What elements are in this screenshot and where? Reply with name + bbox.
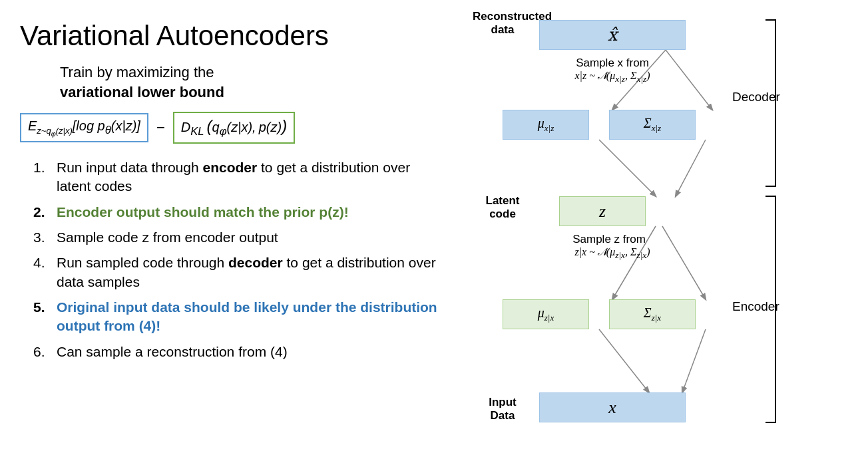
formula-minus: −	[154, 119, 168, 136]
formula-blue-box: Ez~qφ(z|x)[log pθ(x|z)]	[20, 113, 148, 143]
list-item-4: 4. Run sampled code through decoder to g…	[33, 253, 446, 291]
formula-row: Ez~qφ(z|x)[log pθ(x|z)] − DKL (qφ(z|x), …	[20, 112, 446, 144]
svg-line-3	[676, 140, 706, 196]
z-symbol: z	[599, 202, 606, 222]
latent-code-label: Latentcode	[473, 194, 533, 222]
list-num-1: 1.	[33, 158, 57, 196]
decoder-brace-label: Decoder	[732, 90, 780, 104]
sample-z-label: Sample z from	[533, 233, 686, 246]
x-symbol: x	[608, 398, 616, 418]
z-distribution-label: z|x ~ 𝒩(μz|x, Σz|x)	[519, 246, 706, 261]
list-text-4: Run sampled code through decoder to get …	[57, 253, 446, 291]
svg-line-6	[599, 329, 649, 392]
list-num-6: 6.	[33, 343, 57, 361]
list-text-2: Encoder output should match the prior p(…	[57, 203, 446, 222]
formula-green-box: DKL (qφ(z|x), p(z))	[173, 112, 295, 144]
sample-x-label: Sample x from	[533, 57, 692, 70]
box-x: x	[539, 392, 686, 422]
subtitle-line2: variational lower bound	[60, 84, 446, 101]
list-text-5: Original input data should be likely und…	[57, 298, 446, 336]
box-z: z	[559, 196, 646, 226]
svg-line-7	[682, 329, 706, 392]
xhat-symbol: x̂	[608, 25, 618, 45]
svg-line-2	[599, 140, 656, 196]
list-text-1: Run input data through encoder to get a …	[57, 158, 446, 196]
list-num-3: 3.	[33, 228, 57, 247]
subtitle-line1: Train by maximizing the	[60, 64, 446, 81]
sigzx-symbol: Σz|x	[644, 305, 661, 323]
formula-blue-text: Ez~qφ(z|x)[log pθ(x|z)]	[28, 118, 140, 133]
muzx-symbol: μz|x	[538, 305, 554, 323]
page-title: Variational Autoencoders	[20, 20, 446, 52]
list-num-4: 4.	[33, 253, 57, 291]
list-text-6: Can sample a reconstruction from (4)	[57, 343, 446, 361]
encoder-brace-label: Encoder	[732, 299, 779, 314]
list-container: 1. Run input data through encoder to get…	[33, 158, 446, 361]
formula-green-text: DKL (qφ(z|x), p(z))	[181, 120, 287, 134]
box-muzx: μz|x	[503, 299, 589, 329]
box-muxz: μx|z	[503, 110, 589, 140]
main-container: Variational Autoencoders Train by maximi…	[0, 0, 868, 459]
reconstructed-data-label: Reconstructeddata	[473, 10, 533, 37]
list-num-2: 2.	[33, 203, 57, 222]
x-distribution-label: x|z ~ 𝒩(μx|z, Σx|z)	[519, 70, 706, 84]
list-item-3: 3. Sample code z from encoder output	[33, 228, 446, 247]
list-text-3: Sample code z from encoder output	[57, 228, 446, 247]
list-num-5: 5.	[33, 298, 57, 336]
right-panel: Reconstructeddata x̂ Sample x from x|z ~…	[473, 13, 859, 446]
box-xhat: x̂	[539, 20, 686, 50]
diagram-container: Reconstructeddata x̂ Sample x from x|z ~…	[473, 13, 859, 446]
left-panel: Variational Autoencoders Train by maximi…	[20, 13, 459, 446]
muxz-symbol: μx|z	[538, 116, 554, 134]
list-item-6: 6. Can sample a reconstruction from (4)	[33, 343, 446, 361]
box-sigzx: Σz|x	[609, 299, 696, 329]
input-data-label: InputData	[473, 396, 533, 423]
sigxz-symbol: Σx|z	[644, 116, 661, 134]
list-item-5: 5. Original input data should be likely …	[33, 298, 446, 336]
box-sigxz: Σx|z	[609, 110, 696, 140]
list-item-2: 2. Encoder output should match the prior…	[33, 203, 446, 222]
list-item-1: 1. Run input data through encoder to get…	[33, 158, 446, 196]
